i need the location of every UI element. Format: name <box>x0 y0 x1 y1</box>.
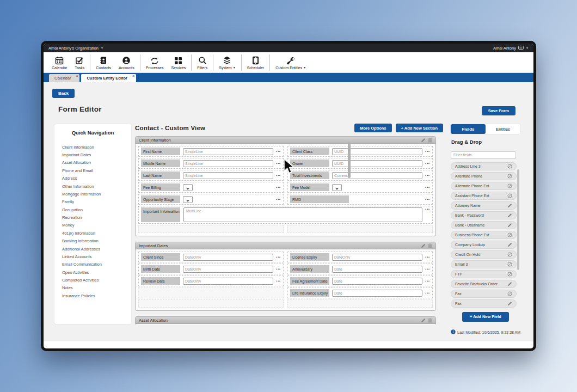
field-menu-button[interactable]: ••• <box>422 267 430 271</box>
form-field-life-insurance-expiry[interactable]: Life Insurance Expiry••• <box>287 287 433 298</box>
field-menu-button[interactable]: ••• <box>422 291 430 295</box>
form-field-opportunity-stage[interactable]: Opportunity Stage••• <box>138 194 284 205</box>
add-new-section-button[interactable]: + Add New Section <box>396 124 443 132</box>
field-menu-button[interactable]: ••• <box>422 150 430 153</box>
section-header[interactable]: Client Information <box>136 137 435 144</box>
field-textarea[interactable] <box>183 207 422 222</box>
field-input[interactable] <box>183 266 273 273</box>
field-input[interactable] <box>183 254 273 261</box>
field-chip-ftp[interactable]: FTP <box>451 270 517 278</box>
toolbar-item-accounts[interactable]: Accounts <box>115 52 138 72</box>
field-chip-fax[interactable]: Fax <box>451 290 517 298</box>
field-input[interactable] <box>332 290 422 297</box>
form-field-license-expiry[interactable]: License Expiry••• <box>287 252 433 262</box>
toolbar-item-processes[interactable]: Processes <box>142 52 168 72</box>
field-menu-button[interactable]: ••• <box>422 255 430 259</box>
field-input[interactable] <box>332 148 422 155</box>
quick-nav-item-insurance-policies[interactable]: Insurance Policies <box>54 292 131 299</box>
quick-nav-item-recreation[interactable]: Recreation <box>54 213 131 221</box>
toolbar-item-custom-entities[interactable]: Custom Entities ▼ <box>272 52 310 72</box>
field-input[interactable] <box>332 172 422 179</box>
field-menu-button[interactable]: ••• <box>273 198 281 201</box>
form-scrollbar[interactable] <box>348 142 351 178</box>
tab-fields[interactable]: Fields <box>451 124 486 134</box>
field-chip-attorney-name[interactable]: Attorney Name <box>451 201 517 210</box>
quick-nav-item-additional-addresses[interactable]: Additional Addresses <box>54 245 131 253</box>
trash-icon[interactable] <box>428 315 432 324</box>
field-chip-alternate-phone[interactable]: Alternate Phone <box>451 172 517 180</box>
quick-nav-item-phone-and-email[interactable]: Phone and Email <box>54 167 131 174</box>
field-input[interactable] <box>332 254 422 261</box>
field-menu-button[interactable]: ••• <box>273 255 281 259</box>
form-field-fee-model[interactable]: Fee Model••• <box>287 182 433 193</box>
toolbar-item-system[interactable]: System ▼ <box>215 52 239 72</box>
quick-nav-item-open-activities[interactable]: Open Activities <box>54 268 131 276</box>
form-field-middle-name[interactable]: Middle Name••• <box>138 158 284 169</box>
field-chip-fax[interactable]: Fax <box>451 299 517 308</box>
field-chip-alternate-phone-ext[interactable]: Alternate Phone Ext <box>451 182 517 190</box>
fields-panel-scrollbar[interactable] <box>517 169 519 270</box>
more-options-button[interactable]: More Options <box>354 124 391 132</box>
trash-icon[interactable] <box>428 241 432 250</box>
section-header[interactable]: Asset Allocation <box>136 317 435 324</box>
edit-icon[interactable] <box>421 136 426 145</box>
field-chip-assistant-phone-ext[interactable]: Assistant Phone Ext <box>451 192 517 200</box>
toolbar-item-scheduler[interactable]: Scheduler <box>243 52 268 72</box>
trash-icon[interactable] <box>428 136 432 145</box>
toolbar-item-calendar[interactable]: Calendar <box>48 52 71 72</box>
field-input[interactable] <box>332 266 422 273</box>
field-menu-button[interactable]: ••• <box>422 174 430 177</box>
quick-nav-item-family[interactable]: Family <box>54 198 131 206</box>
field-input[interactable] <box>183 278 273 285</box>
close-icon[interactable]: × <box>132 74 134 78</box>
form-field-fee-agreement-date[interactable]: Fee Agreement Date••• <box>287 275 433 286</box>
field-chip-business-phone-ext[interactable]: Business Phone Ext <box>451 231 517 239</box>
quick-nav-item-address[interactable]: Address <box>54 175 131 182</box>
edit-icon[interactable] <box>421 241 426 250</box>
quick-nav-item-completed-activities[interactable]: Completed Activities <box>54 276 131 284</box>
form-field-first-name[interactable]: First Name••• <box>138 146 284 157</box>
field-input[interactable] <box>183 172 273 179</box>
field-select[interactable] <box>332 184 342 191</box>
field-menu-button[interactable]: ••• <box>273 150 281 153</box>
field-menu-button[interactable]: ••• <box>422 279 430 283</box>
form-field-review-date[interactable]: Review Date••• <box>138 275 284 286</box>
field-menu-button[interactable]: ••• <box>273 267 281 271</box>
quick-nav-item-asset-allocation[interactable]: Asset Allocation <box>54 159 131 167</box>
field-chip-bank-username[interactable]: Bank - Username <box>451 221 517 229</box>
quick-nav-item-client-information[interactable]: Client Information <box>54 143 131 151</box>
toolbar-item-tasks[interactable]: Tasks <box>71 52 88 72</box>
form-field-total-investments[interactable]: Total Investments••• <box>287 170 433 181</box>
field-select[interactable] <box>183 196 193 203</box>
field-menu-button[interactable]: ••• <box>422 207 430 222</box>
field-chip-favorite-starbucks-order[interactable]: Favorite Starbucks Order <box>451 280 517 288</box>
add-new-field-button[interactable]: + Add New Field <box>462 312 509 322</box>
form-field-important-information[interactable]: Important Information••• <box>138 206 433 224</box>
form-field-fee-billing[interactable]: Fee Billing••• <box>138 182 284 193</box>
org-menu[interactable]: Amal Antony's Organization ▼ <box>48 46 103 51</box>
field-menu-button[interactable]: ••• <box>273 279 281 283</box>
edit-icon[interactable] <box>421 315 426 324</box>
quick-nav-item-important-dates[interactable]: Important Dates <box>54 151 131 158</box>
tab-calendar[interactable]: Calendar × <box>49 74 79 82</box>
quick-nav-item-banking-information[interactable]: Banking Information <box>54 237 131 245</box>
field-chip-credit-on-hold[interactable]: Credit On Hold <box>451 250 517 259</box>
quick-nav-item-401-k-information[interactable]: 401(k) Information <box>54 229 131 237</box>
toolbar-item-services[interactable]: Services <box>167 52 189 72</box>
field-menu-button[interactable]: ••• <box>422 198 430 201</box>
tab-entities[interactable]: Entities <box>486 124 520 134</box>
form-field-birth-date[interactable]: Birth Date••• <box>138 264 284 274</box>
quick-nav-item-money[interactable]: Money <box>54 222 131 229</box>
field-input[interactable] <box>183 160 273 167</box>
quick-nav-item-linked-accounts[interactable]: Linked Accounts <box>54 253 131 260</box>
field-menu-button[interactable]: ••• <box>422 186 430 189</box>
field-menu-button[interactable]: ••• <box>273 162 281 165</box>
field-input[interactable] <box>332 278 422 285</box>
field-menu-button[interactable]: ••• <box>273 186 281 189</box>
filter-fields-input[interactable] <box>451 151 516 159</box>
quick-nav-item-mortgage-information[interactable]: Mortgage Information <box>54 190 131 198</box>
form-field-last-name[interactable]: Last Name••• <box>138 170 284 181</box>
quick-nav-item-notes[interactable]: Notes <box>54 284 131 292</box>
form-field-owner[interactable]: Owner••• <box>287 158 433 169</box>
tab-custom-entity-editor[interactable]: Custom Entity Editor × <box>81 74 136 82</box>
